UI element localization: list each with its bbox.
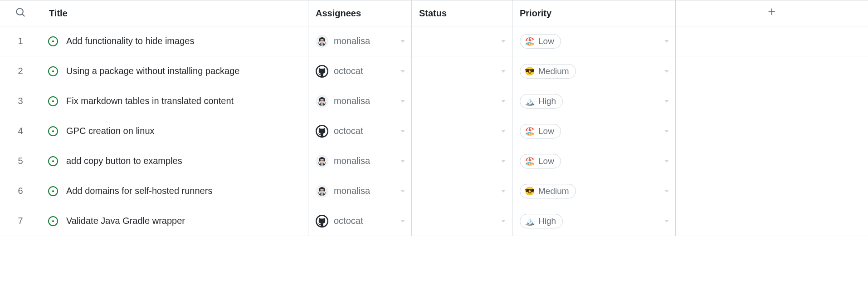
chevron-down-icon <box>400 130 405 133</box>
priority-emoji: 🏔️ <box>525 216 535 226</box>
chevron-down-icon <box>501 160 506 163</box>
priority-label: Low <box>538 156 554 166</box>
issue-open-icon <box>48 66 58 76</box>
table-row: 5 add copy button to examples monalisa 🏖… <box>0 146 868 176</box>
title-cell[interactable]: Validate Java Gradle wrapper <box>41 206 308 236</box>
svg-point-9 <box>320 99 321 100</box>
chevron-down-icon <box>664 130 669 133</box>
priority-label: Medium <box>538 66 569 76</box>
avatar <box>316 155 328 168</box>
row-number: 2 <box>0 56 41 86</box>
assignee-cell[interactable]: monalisa <box>308 26 412 56</box>
assignee-cell[interactable]: octocat <box>308 56 412 86</box>
title-cell[interactable]: Add functionality to hide images <box>41 26 308 56</box>
add-column-button[interactable] <box>676 0 868 26</box>
title-cell[interactable]: GPC creation on linux <box>41 116 308 146</box>
row-number: 7 <box>0 206 41 236</box>
title-cell[interactable]: Add domains for self-hosted runners <box>41 176 308 206</box>
title-cell[interactable]: add copy button to examples <box>41 146 308 176</box>
priority-emoji: 🏖️ <box>525 126 535 136</box>
column-header-priority[interactable]: Priority <box>512 0 676 26</box>
row-trailing-cell <box>676 116 868 146</box>
assignee-cell[interactable]: octocat <box>308 116 412 146</box>
priority-cell[interactable]: 🏖️ Low <box>512 146 676 176</box>
priority-label: High <box>538 96 556 106</box>
chevron-down-icon <box>664 220 669 223</box>
chevron-down-icon <box>400 160 405 163</box>
table-row: 7 Validate Java Gradle wrapper octocat 🏔… <box>0 206 868 236</box>
priority-cell[interactable]: 😎 Medium <box>512 176 676 206</box>
issue-open-icon <box>48 36 58 46</box>
table-header-row: Title Assignees Status Priority <box>0 0 868 26</box>
column-header-priority-label: Priority <box>520 8 551 19</box>
issue-title: Using a package without installing packa… <box>66 66 239 76</box>
title-cell[interactable]: Fix markdown tables in translated conten… <box>41 86 308 116</box>
priority-emoji: 🏖️ <box>525 36 535 46</box>
priority-cell[interactable]: 🏔️ High <box>512 206 676 236</box>
svg-point-10 <box>322 99 323 100</box>
search-cell[interactable] <box>0 0 41 26</box>
plus-icon <box>767 7 776 19</box>
status-cell[interactable] <box>412 86 512 116</box>
priority-cell[interactable]: 😎 Medium <box>512 56 676 86</box>
row-number: 1 <box>0 26 41 56</box>
avatar <box>316 65 328 78</box>
assignee-name: monalisa <box>334 36 370 46</box>
row-trailing-cell <box>676 86 868 116</box>
priority-pill: 😎 Medium <box>520 184 576 198</box>
chevron-down-icon <box>664 40 669 43</box>
priority-label: Medium <box>538 186 569 196</box>
assignee-cell[interactable]: monalisa <box>308 146 412 176</box>
assignee-cell[interactable]: monalisa <box>308 176 412 206</box>
row-number: 3 <box>0 86 41 116</box>
assignee-name: octocat <box>334 126 363 136</box>
chevron-down-icon <box>664 160 669 163</box>
row-number-text: 2 <box>18 66 23 76</box>
status-cell[interactable] <box>412 116 512 146</box>
assignee-name: octocat <box>334 216 363 226</box>
title-cell[interactable]: Using a package without installing packa… <box>41 56 308 86</box>
search-icon <box>15 7 25 20</box>
assignee-cell[interactable]: monalisa <box>308 86 412 116</box>
issue-open-icon <box>48 156 58 166</box>
status-cell[interactable] <box>412 146 512 176</box>
row-number-text: 1 <box>18 36 23 46</box>
column-header-title[interactable]: Title <box>41 0 308 26</box>
row-trailing-cell <box>676 206 868 236</box>
priority-cell[interactable]: 🏖️ Low <box>512 116 676 146</box>
priority-pill: 🏔️ High <box>520 214 563 228</box>
assignee-cell[interactable]: octocat <box>308 206 412 236</box>
issue-open-icon <box>48 96 58 106</box>
column-header-assignees[interactable]: Assignees <box>308 0 412 26</box>
row-trailing-cell <box>676 56 868 86</box>
row-number-text: 4 <box>18 126 23 136</box>
chevron-down-icon <box>400 100 405 103</box>
issue-title: add copy button to examples <box>66 156 182 166</box>
priority-cell[interactable]: 🏖️ Low <box>512 26 676 56</box>
priority-pill: 🏖️ Low <box>520 124 561 139</box>
table-row: 3 Fix markdown tables in translated cont… <box>0 86 868 116</box>
assignee-name: monalisa <box>334 156 370 166</box>
status-cell[interactable] <box>412 26 512 56</box>
chevron-down-icon <box>400 190 405 193</box>
status-cell[interactable] <box>412 56 512 86</box>
status-cell[interactable] <box>412 206 512 236</box>
issue-open-icon <box>48 186 58 196</box>
issue-title: Add functionality to hide images <box>66 36 194 46</box>
priority-cell[interactable]: 🏔️ High <box>512 86 676 116</box>
chevron-down-icon <box>664 190 669 193</box>
row-number: 6 <box>0 176 41 206</box>
avatar <box>316 185 328 198</box>
row-number-text: 3 <box>18 96 23 106</box>
column-header-status[interactable]: Status <box>412 0 512 26</box>
svg-point-8 <box>320 99 324 103</box>
assignee-name: monalisa <box>334 96 370 106</box>
issue-title: GPC creation on linux <box>66 126 155 136</box>
row-number-text: 7 <box>18 216 23 226</box>
table-row: 4 GPC creation on linux octocat 🏖️ Low <box>0 116 868 146</box>
chevron-down-icon <box>400 40 405 43</box>
chevron-down-icon <box>400 220 405 223</box>
row-number-text: 5 <box>18 156 23 166</box>
status-cell[interactable] <box>412 176 512 206</box>
priority-label: Low <box>538 126 554 136</box>
